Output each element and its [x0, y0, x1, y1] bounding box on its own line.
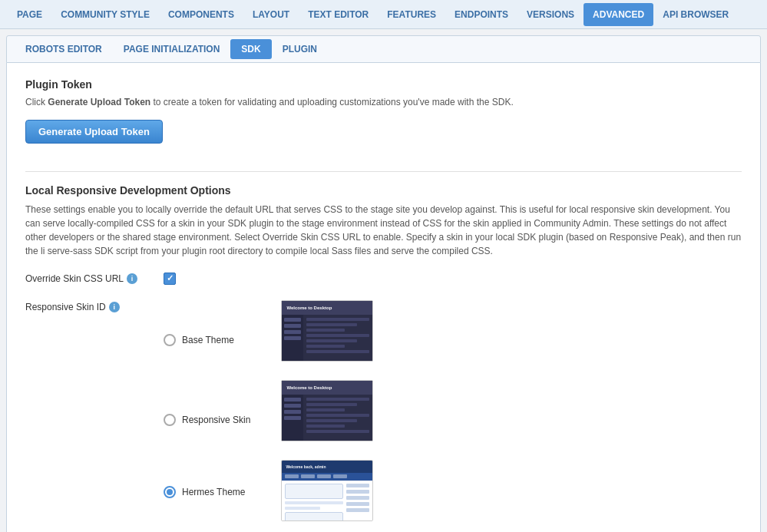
radio-base-theme-row: Base Theme	[164, 300, 250, 380]
radio-hermes-theme-row: Hermes Theme	[164, 460, 250, 524]
nav-advanced[interactable]: ADVANCED	[584, 3, 653, 26]
main-content: Plugin Token Click Generate Upload Token…	[6, 63, 761, 532]
override-skin-label: Override Skin CSS URL i	[25, 272, 164, 284]
hermes-theme-thumbnail: Welcome back, admin	[281, 460, 373, 521]
responsive-skin-thumbnail: Welcome to Desktop	[281, 380, 373, 441]
local-dev-title: Local Responsive Development Options	[25, 184, 742, 197]
radio-base-theme[interactable]	[164, 334, 176, 346]
top-navigation: PAGE COMMUNITY STYLE COMPONENTS LAYOUT T…	[0, 0, 767, 29]
generate-upload-token-button[interactable]: Generate Upload Token	[25, 120, 163, 144]
radio-options: Base Theme Responsive Skin Hermes Theme	[164, 300, 250, 524]
nav-community-style[interactable]: COMMUNITY STYLE	[51, 3, 159, 26]
plugin-token-title: Plugin Token	[25, 78, 742, 91]
radio-base-theme-label: Base Theme	[182, 335, 234, 345]
skin-id-content: Base Theme Responsive Skin Hermes Theme	[164, 300, 742, 524]
sub-nav-page-initialization[interactable]: PAGE INITIALIZATION	[113, 39, 231, 59]
override-skin-row: Override Skin CSS URL i	[25, 272, 742, 285]
nav-layout[interactable]: LAYOUT	[243, 3, 299, 26]
sub-navigation: ROBOTS EDITOR PAGE INITIALIZATION SDK PL…	[6, 35, 761, 63]
override-skin-control	[164, 272, 742, 285]
responsive-skin-id-label: Responsive Skin ID i	[25, 300, 164, 312]
nav-features[interactable]: FEATURES	[378, 3, 445, 26]
plugin-token-description: Click Generate Upload Token to create a …	[25, 95, 742, 109]
base-theme-thumbnail: Welcome to Desktop	[281, 300, 373, 362]
sub-nav-robots-editor[interactable]: ROBOTS EDITOR	[15, 39, 113, 59]
skin-thumbnails: Welcome to Desktop	[281, 300, 373, 524]
sub-nav-plugin[interactable]: PLUGIN	[272, 39, 328, 59]
responsive-skin-id-row: Responsive Skin ID i Base Theme Responsi…	[25, 300, 742, 524]
nav-components[interactable]: COMPONENTS	[159, 3, 243, 26]
override-skin-checkbox[interactable]	[164, 273, 176, 285]
override-skin-info-icon[interactable]: i	[127, 273, 137, 284]
nav-page[interactable]: PAGE	[8, 3, 51, 26]
plugin-token-link: Generate Upload Token	[48, 97, 150, 107]
radio-hermes-theme-label: Hermes Theme	[182, 487, 245, 497]
nav-versions[interactable]: VERSIONS	[517, 3, 584, 26]
nav-endpoints[interactable]: ENDPOINTS	[445, 3, 517, 26]
plugin-token-suffix: to create a token for validating and upl…	[150, 97, 514, 107]
local-dev-description: These settings enable you to locally ove…	[25, 203, 742, 258]
nav-text-editor[interactable]: TEXT EDITOR	[299, 3, 378, 26]
nav-api-browser[interactable]: API BROWSER	[653, 3, 738, 26]
radio-hermes-theme[interactable]	[164, 486, 176, 498]
responsive-skin-id-info-icon[interactable]: i	[109, 302, 120, 312]
sub-nav-sdk[interactable]: SDK	[230, 39, 271, 59]
radio-responsive-skin-label: Responsive Skin	[182, 415, 250, 425]
radio-responsive-skin[interactable]	[164, 414, 176, 426]
radio-responsive-skin-row: Responsive Skin	[164, 380, 250, 460]
section-divider	[25, 171, 742, 172]
